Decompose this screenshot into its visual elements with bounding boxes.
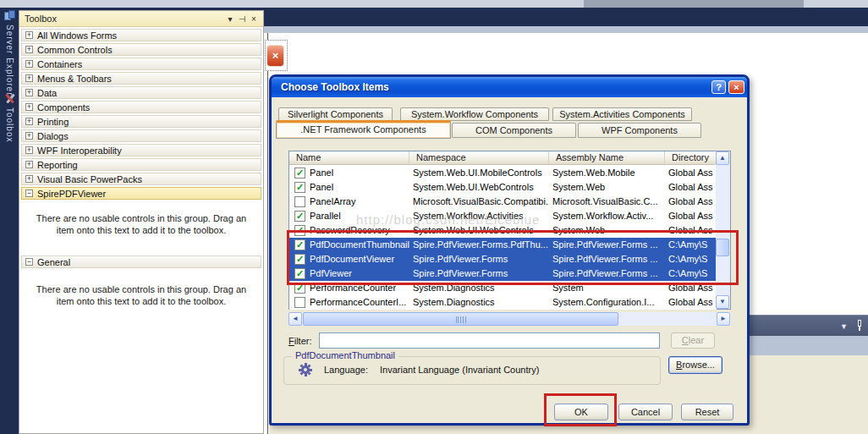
component-name: PdfDocumentViewer: [310, 252, 394, 266]
column-header-name[interactable]: Name: [289, 151, 409, 164]
expand-icon[interactable]: [25, 175, 33, 183]
component-name: PanelArray: [310, 195, 355, 209]
vs-ide-screen: Server Explorer Toolbox Toolbox ▾ ⊣ × Al…: [0, 0, 868, 434]
toolbox-category-all-windows-forms[interactable]: All Windows Forms: [21, 29, 261, 41]
category-label: All Windows Forms: [37, 30, 117, 41]
collapse-icon[interactable]: [25, 258, 33, 266]
tab-wpf-components[interactable]: WPF Components: [578, 123, 701, 138]
tab--net-framework-components[interactable]: .NET Framework Components: [276, 120, 451, 139]
reset-button[interactable]: Reset: [681, 404, 733, 420]
expand-icon[interactable]: [25, 118, 33, 125]
sidebar-item-server-explorer[interactable]: Server Explorer: [1, 10, 18, 96]
tab-silverlight-components[interactable]: Silverlight Components: [278, 107, 393, 121]
checkbox-checked-icon[interactable]: [294, 168, 305, 179]
expand-icon[interactable]: [25, 46, 33, 53]
close-icon[interactable]: ×: [728, 80, 744, 94]
horizontal-scrollbar[interactable]: ◄ ►: [288, 312, 731, 326]
cancel-button[interactable]: Cancel: [618, 404, 673, 420]
scroll-left-icon[interactable]: ◄: [288, 312, 302, 326]
vertical-scrollbar[interactable]: ▲ ▼: [716, 151, 730, 309]
table-row[interactable]: PanelSystem.Web.UI.WebControlsSystem.Web…: [289, 180, 717, 195]
vertical-scrollbar-thumb[interactable]: [716, 239, 729, 256]
close-icon[interactable]: ×: [248, 14, 260, 24]
checkbox-checked-icon[interactable]: [294, 254, 305, 265]
toolbox-category-dialogs[interactable]: Dialogs: [21, 129, 261, 142]
column-header-assembly-name[interactable]: Assembly Name: [549, 151, 665, 164]
pin-icon[interactable]: [854, 320, 865, 332]
checkbox-unchecked-icon[interactable]: [294, 297, 305, 308]
expand-icon[interactable]: [25, 146, 33, 154]
window-position-icon[interactable]: ▾: [224, 14, 236, 24]
top-strip-dark-segment: [584, 0, 804, 8]
table-row[interactable]: PdfDocumentThumbnailSpire.PdfViewer.Form…: [289, 238, 717, 252]
directory-cell: Global Ass: [665, 223, 717, 238]
scroll-right-icon[interactable]: ►: [717, 312, 730, 326]
namespace-cell: Microsoft.VisualBasic.Compatibi...: [409, 195, 549, 209]
auto-hide-pin-icon[interactable]: ⊣: [236, 14, 248, 24]
expand-icon[interactable]: [25, 103, 33, 111]
tab-system-workflow-components[interactable]: System.Workflow Components: [400, 107, 549, 121]
collapse-icon[interactable]: [25, 190, 33, 197]
dialog-titlebar[interactable]: Choose Toolbox Items ? ×: [272, 77, 747, 97]
sidebar-item-toolbox[interactable]: Toolbox: [1, 93, 18, 142]
filter-label: Filter:: [288, 336, 312, 346]
ok-button[interactable]: OK: [554, 404, 608, 420]
component-name: Parallel: [310, 209, 341, 223]
scroll-up-icon[interactable]: ▲: [716, 151, 729, 165]
column-header-namespace[interactable]: Namespace: [409, 151, 549, 164]
toolbox-empty-group-text: There are no usable controls in this gro…: [26, 283, 256, 307]
checkbox-checked-icon[interactable]: [294, 268, 305, 279]
category-label: Reporting: [37, 160, 78, 170]
assembly-cell: System.Workflow.Activ...: [549, 209, 665, 223]
name-cell: Panel: [289, 180, 409, 195]
browse-button[interactable]: Browse...: [668, 356, 722, 374]
toolbox-category-reporting[interactable]: Reporting: [21, 158, 261, 171]
table-row[interactable]: PdfDocumentViewerSpire.PdfViewer.FormsSp…: [289, 252, 717, 266]
table-row[interactable]: PerformanceCounterSystem.DiagnosticsSyst…: [289, 281, 717, 295]
expand-icon[interactable]: [25, 31, 33, 39]
help-icon[interactable]: ?: [711, 80, 726, 94]
checkbox-checked-icon[interactable]: [294, 239, 305, 250]
table-row[interactable]: PanelSystem.Web.UI.MobileControlsSystem.…: [289, 166, 717, 180]
directory-cell: Global Ass: [665, 166, 717, 180]
column-header-directory[interactable]: Directory: [665, 151, 717, 164]
expand-icon[interactable]: [25, 89, 33, 96]
gear-icon: [299, 363, 312, 376]
checkbox-checked-icon[interactable]: [294, 225, 305, 236]
directory-cell: C:\Amy\S: [665, 252, 717, 266]
expand-icon[interactable]: [25, 161, 33, 168]
toolbox-category-common-controls[interactable]: Common Controls: [21, 43, 261, 56]
toolbox-category-wpf-interoperability[interactable]: WPF Interoperability: [21, 144, 261, 157]
table-row[interactable]: PerformanceCounterI...System.Diagnostics…: [289, 295, 717, 310]
hidden-window-close-button[interactable]: ×: [266, 45, 284, 67]
toolbox-category-menus-toolbars[interactable]: Menus & Toolbars: [21, 72, 261, 85]
category-label: Visual Basic PowerPacks: [37, 174, 142, 184]
clear-button[interactable]: Clear: [671, 332, 715, 349]
expand-icon[interactable]: [25, 74, 33, 82]
toolbox-category-containers[interactable]: Containers: [21, 58, 261, 70]
toolbox-category-printing[interactable]: Printing: [21, 115, 261, 128]
tab-com-components[interactable]: COM Components: [452, 123, 576, 138]
chevron-down-icon[interactable]: ▼: [840, 322, 848, 331]
tab-system-activities-components[interactable]: System.Activities Components: [552, 107, 692, 121]
scroll-down-icon[interactable]: ▼: [716, 295, 729, 309]
category-label: General: [37, 257, 70, 267]
table-row[interactable]: PanelArrayMicrosoft.VisualBasic.Compatib…: [289, 195, 717, 209]
filter-input[interactable]: [319, 332, 660, 349]
toolbox-category-data[interactable]: Data: [21, 86, 261, 99]
toolbox-category-visual-basic-powerpacks[interactable]: Visual Basic PowerPacks: [21, 173, 261, 185]
toolbox-title: Toolbox: [25, 14, 224, 24]
toolbox-category-general[interactable]: General: [21, 255, 261, 268]
checkbox-checked-icon[interactable]: [294, 283, 305, 294]
assembly-cell: System.Web: [549, 180, 665, 195]
checkbox-checked-icon[interactable]: [294, 182, 305, 193]
horizontal-scrollbar-thumb[interactable]: [303, 312, 618, 326]
expand-icon[interactable]: [25, 132, 33, 140]
checkbox-checked-icon[interactable]: [294, 211, 305, 222]
expand-icon[interactable]: [25, 60, 33, 68]
checkbox-unchecked-icon[interactable]: [294, 196, 305, 207]
toolbox-category-spirepdfviewer[interactable]: SpirePDFViewer: [21, 187, 261, 200]
toolbox-category-components[interactable]: Components: [21, 101, 261, 113]
toolbox-empty-group-text: There are no usable controls in this gro…: [26, 212, 256, 236]
table-row[interactable]: PdfViewerSpire.PdfViewer.FormsSpire.PdfV…: [289, 266, 717, 281]
